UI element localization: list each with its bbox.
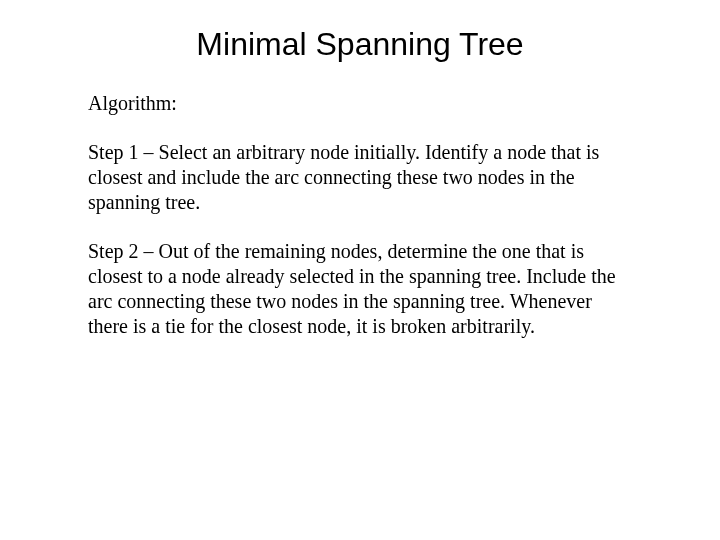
- slide-title: Minimal Spanning Tree: [0, 0, 720, 91]
- slide-body: Algorithm: Step 1 – Select an arbitrary …: [0, 91, 720, 339]
- step-2-text: Step 2 – Out of the remaining nodes, det…: [88, 239, 632, 339]
- step-1-text: Step 1 – Select an arbitrary node initia…: [88, 140, 632, 215]
- slide: Minimal Spanning Tree Algorithm: Step 1 …: [0, 0, 720, 540]
- algorithm-label: Algorithm:: [88, 91, 632, 116]
